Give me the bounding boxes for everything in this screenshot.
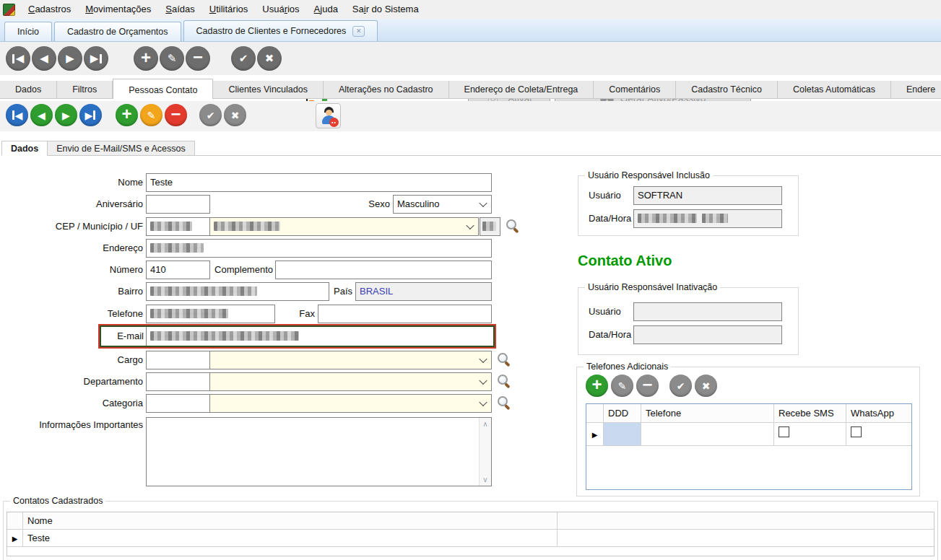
tab-enderecos-truncated[interactable]: Endere	[891, 81, 941, 99]
menu-sair-do-sistema[interactable]: Sair do Sistema	[345, 1, 426, 17]
col-recebe-sms[interactable]: Recebe SMS	[774, 404, 846, 423]
inactivate-contact-person-button[interactable]: ••	[316, 103, 341, 128]
phones-grid: DDD Telefone Recebe SMS WhatsApp ▶	[586, 403, 912, 490]
bairro-input[interactable]	[146, 282, 329, 301]
tab-comentarios[interactable]: Comentários	[594, 81, 676, 99]
first-contact-button[interactable]: ◀	[6, 104, 28, 126]
edit-contact-button[interactable]: ✎	[140, 104, 162, 126]
aniversario-label: Aniversário	[0, 195, 143, 214]
delete-contact-button[interactable]: −	[165, 104, 187, 126]
scroll-down-icon[interactable]: ∨	[480, 476, 491, 484]
phones-data-row[interactable]: ▶	[586, 423, 911, 446]
delete-phone-button[interactable]: −	[636, 375, 659, 397]
endereco-input[interactable]	[146, 239, 492, 258]
cancel-phone-button[interactable]: ✖	[695, 375, 717, 397]
tab-cadastro-de-clientes-e-fornecedores[interactable]: Cadastro de Clientes e Fornecedores ✕	[183, 20, 378, 41]
add-record-button[interactable]: +	[134, 46, 158, 71]
tab-filtros[interactable]: Filtros	[57, 81, 113, 99]
cargo-combo[interactable]	[209, 351, 492, 369]
subtab-envio-email-sms-acessos[interactable]: Envio de E-Mail/SMS e Acessos	[48, 141, 195, 156]
whatsapp-checkbox[interactable]	[851, 426, 862, 437]
tab-endereco-de-coleta-entrega[interactable]: Endereço de Coleta/Entrega	[449, 81, 594, 99]
email-input[interactable]	[146, 327, 493, 346]
tab-coletas-automaticas[interactable]: Coletas Automáticas	[778, 81, 891, 99]
menu-saidas[interactable]: Saídas	[158, 1, 201, 17]
inativacao-group-title: Usuário Responsável Inativação	[585, 282, 720, 292]
nome-cell[interactable]: Teste	[23, 530, 558, 547]
first-record-button[interactable]: ◀	[6, 46, 30, 71]
close-tab-icon[interactable]: ✕	[352, 26, 365, 37]
previous-record-button[interactable]: ◀	[32, 46, 56, 71]
edit-phone-button[interactable]: ✎	[611, 375, 633, 397]
aniversario-input[interactable]	[146, 195, 210, 214]
cargo-code-input[interactable]	[146, 351, 210, 369]
recebe-sms-checkbox[interactable]	[779, 426, 789, 437]
next-record-button[interactable]: ▶	[58, 46, 82, 71]
col-telefone[interactable]: Telefone	[641, 404, 774, 423]
confirm-record-button[interactable]: ✔	[231, 46, 256, 71]
tab-dados[interactable]: Dados	[0, 81, 57, 99]
delete-record-button[interactable]: −	[186, 46, 210, 71]
redacted-bairro	[150, 286, 257, 296]
last-contact-button[interactable]: ▶	[79, 104, 102, 126]
sexo-select[interactable]: Masculino	[393, 195, 492, 214]
tab-clientes-vinculados[interactable]: Clientes Vinculados	[213, 81, 324, 99]
sexo-label: Sexo	[303, 195, 390, 214]
cancel-record-button[interactable]: ✖	[257, 46, 282, 71]
col-nome[interactable]: Nome	[23, 512, 558, 530]
cep-municipio-uf-label: CEP / Município / UF	[0, 217, 143, 236]
fax-input[interactable]	[318, 305, 492, 323]
previous-contact-button[interactable]: ◀	[30, 104, 53, 126]
contatos-grid: Nome ▶ Teste	[6, 512, 935, 556]
last-record-button[interactable]: ▶	[84, 46, 108, 71]
subtab-dados[interactable]: Dados	[1, 141, 48, 156]
telefone-input[interactable]	[146, 305, 275, 323]
search-departamento-icon[interactable]	[498, 375, 511, 388]
tab-cadastro-de-orcamentos[interactable]: Cadastro de Orçamentos	[54, 22, 181, 41]
departamento-code-input[interactable]	[146, 372, 210, 391]
menu-usuarios[interactable]: Usuários	[255, 1, 306, 17]
phones-header-row: DDD Telefone Recebe SMS WhatsApp	[586, 404, 911, 423]
pais-label: País	[311, 282, 352, 301]
next-contact-button[interactable]: ▶	[55, 104, 77, 126]
confirm-phone-button[interactable]: ✔	[669, 375, 692, 397]
contatos-data-row[interactable]: ▶ Teste	[7, 530, 934, 547]
menu-ajuda[interactable]: Ajuda	[307, 1, 345, 17]
cancel-contact-button[interactable]: ✖	[224, 104, 246, 126]
departamento-label: Departamento	[0, 372, 143, 391]
telefone-label: Telefone	[0, 305, 143, 323]
edit-record-button[interactable]: ✎	[160, 46, 184, 71]
tab-pessoas-contato[interactable]: Pessoas Contato	[113, 79, 213, 99]
menu-bar: Cadastros Movimentações Saídas Utilitári…	[0, 0, 941, 19]
tab-cadastro-tecnico[interactable]: Cadastro Técnico	[676, 81, 778, 99]
scroll-up-icon[interactable]: ∧	[480, 420, 491, 428]
search-cargo-icon[interactable]	[498, 353, 511, 367]
telefone-cell[interactable]	[641, 423, 774, 446]
endereco-label: Endereço	[0, 239, 143, 258]
inativacao-usuario-field	[633, 302, 782, 321]
nome-label: Nome	[0, 173, 143, 192]
col-ddd[interactable]: DDD	[604, 404, 641, 423]
complemento-input[interactable]	[275, 261, 492, 279]
ddd-cell[interactable]	[604, 423, 641, 446]
add-phone-button[interactable]: +	[586, 375, 608, 397]
add-contact-button[interactable]: +	[116, 104, 138, 126]
textarea-scrollbar[interactable]: ∧ ∨	[479, 418, 491, 486]
col-whatsapp[interactable]: WhatsApp	[846, 404, 911, 423]
confirm-contact-button[interactable]: ✔	[199, 104, 222, 126]
categoria-combo[interactable]	[209, 394, 492, 413]
search-categoria-icon[interactable]	[498, 396, 511, 410]
cep-input[interactable]	[146, 217, 210, 236]
tab-alteracoes-no-cadastro[interactable]: Alterações no Cadastro	[324, 81, 449, 99]
tab-inicio[interactable]: Início	[4, 22, 52, 41]
search-municipio-icon[interactable]	[506, 219, 520, 233]
municipio-combo[interactable]	[209, 217, 479, 236]
numero-input[interactable]: 410	[146, 261, 210, 279]
nome-input[interactable]: Teste	[146, 173, 492, 192]
menu-utilitarios[interactable]: Utilitários	[202, 1, 255, 17]
menu-movimentacoes[interactable]: Movimentações	[78, 1, 158, 17]
informacoes-importantes-textarea[interactable]: ∧ ∨	[146, 417, 492, 486]
menu-cadastros[interactable]: Cadastros	[21, 1, 78, 17]
categoria-code-input[interactable]	[146, 394, 210, 413]
departamento-combo[interactable]	[209, 372, 492, 391]
